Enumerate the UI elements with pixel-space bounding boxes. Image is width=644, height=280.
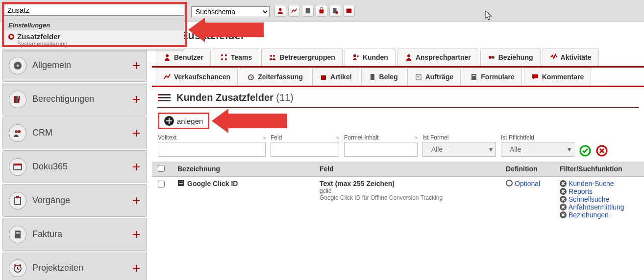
svg-point-12 — [15, 130, 18, 133]
search-area: Einstellungen Zusatzfelder Systemerweite… — [4, 4, 184, 16]
sidebar-item-berechtigungen[interactable]: Berechtigungen — [2, 83, 147, 116]
tab-label: Betreuergruppen — [279, 53, 335, 61]
svg-rect-11 — [18, 95, 20, 102]
tab-zeiterfassung[interactable]: Zeiterfassung — [240, 68, 310, 86]
remove-icon — [560, 196, 567, 203]
tab-beleg[interactable]: Beleg — [361, 68, 405, 86]
filter-apply-icon[interactable] — [579, 145, 591, 157]
toolbar — [274, 5, 355, 17]
select-all-checkbox[interactable] — [158, 165, 165, 172]
filter-link[interactable]: Kunden-Suche — [560, 180, 638, 187]
filter-link[interactable]: Reports — [560, 187, 638, 195]
svg-rect-18 — [15, 231, 21, 238]
sidebar-item-vorgaenge[interactable]: Vorgänge — [2, 184, 147, 217]
sidebar-item-allgemein[interactable]: Allgemein — [2, 49, 147, 82]
row-definition-link[interactable]: Optional — [515, 180, 540, 187]
filter-link[interactable]: Anfahrtsermittlung — [560, 203, 638, 211]
section-title: Kunden Zusatzfelder — [176, 92, 273, 103]
tab-label: Ansprechpartner — [416, 53, 471, 61]
tab-artikel[interactable]: Artikel — [312, 68, 359, 86]
tabs-row-2: Verkaufschancen Zeiterfassung Artikel Be… — [152, 68, 644, 87]
clipboard-icon — [9, 192, 26, 210]
col-feld[interactable]: Feld — [320, 165, 506, 173]
tab-kunden[interactable]: Kunden — [345, 48, 396, 66]
row-feld-desc: Google Click ID für Offline Conversion T… — [320, 194, 506, 201]
create-button[interactable]: anlegen — [158, 113, 209, 129]
filter-label-volltext: Volltext — [158, 134, 177, 141]
page-icon[interactable] — [302, 5, 314, 17]
tab-verkaufschancen[interactable]: Verkaufschancen — [156, 68, 238, 86]
plus-icon — [164, 116, 174, 126]
tab-ansprechpartner[interactable]: Ansprechpartner — [397, 48, 478, 66]
filter-reset-icon[interactable] — [596, 145, 608, 157]
search-input[interactable] — [4, 4, 184, 16]
svg-rect-46 — [158, 97, 160, 98]
user-icon[interactable] — [274, 5, 286, 17]
expand-icon — [133, 197, 140, 204]
col-definition[interactable]: Definition — [506, 165, 560, 173]
filter-formel-input[interactable] — [344, 142, 418, 157]
section-heading: Kunden Zusatzfelder (11) — [152, 87, 644, 107]
row-filters: Kunden-Suche Reports Schnellsuche Anfahr… — [560, 180, 638, 219]
svg-rect-10 — [16, 96, 18, 103]
autocomplete-item[interactable]: Zusatzfelder Systemerweiterung — [4, 30, 184, 49]
svg-rect-15 — [14, 164, 22, 165]
row-feld-name: gclid — [320, 187, 506, 194]
sidebar-item-faktura[interactable]: Faktura — [2, 218, 147, 251]
tab-auftraege[interactable]: Aufträge — [407, 68, 461, 86]
tab-label: Aktivitäte — [561, 53, 592, 61]
tab-label: Beleg — [379, 73, 398, 81]
search-schema-select[interactable]: Suchschema — [191, 6, 270, 17]
svg-rect-2 — [320, 9, 324, 13]
filter-link[interactable]: Schnellsuche — [560, 195, 638, 203]
tab-teams[interactable]: Teams — [213, 48, 259, 66]
select-value: – Alle – — [504, 145, 527, 153]
tab-formulare[interactable]: Formulare — [463, 68, 521, 86]
people-icon — [9, 124, 26, 142]
sidebar-item-projektzeiten[interactable]: Projektzeiten — [2, 252, 147, 280]
filter-label-formel: Formel-Inhalt — [344, 134, 379, 141]
filter-istpflicht-select[interactable]: – Alle –▾ — [501, 142, 574, 157]
sidebar-item-doku365[interactable]: Doku365 — [2, 150, 147, 183]
chart-icon[interactable] — [288, 5, 300, 17]
svg-point-31 — [353, 54, 356, 57]
svg-point-25 — [221, 54, 223, 56]
ring-icon — [506, 180, 513, 187]
tab-label: Formulare — [481, 73, 514, 81]
col-filter[interactable]: Filter/Suchfunktion — [560, 165, 638, 173]
sidebar-item-crm[interactable]: CRM — [2, 117, 147, 149]
expand-icon — [133, 62, 140, 69]
svg-point-8 — [17, 65, 19, 67]
sidebar-item-label: Doku365 — [32, 162, 68, 172]
svg-rect-19 — [16, 232, 20, 233]
svg-rect-37 — [321, 75, 326, 80]
col-bezeichnung[interactable]: Bezeichnung — [177, 165, 320, 173]
filter-feld-input[interactable] — [271, 142, 339, 157]
svg-rect-47 — [158, 100, 160, 101]
books-icon — [9, 91, 26, 108]
approx-icon: ≈ — [262, 134, 266, 141]
tab-benutzer[interactable]: Benutzer — [156, 48, 211, 66]
svg-rect-51 — [179, 182, 183, 182]
filter-label-istpflicht: Ist Pflichtfeld — [501, 134, 534, 141]
remove-icon — [560, 204, 567, 210]
svg-rect-5 — [347, 9, 352, 13]
autocomplete-item-sub: Systemerweiterung — [17, 41, 68, 47]
table-row[interactable]: Google Click ID Text (max 255 Zeichen) g… — [152, 177, 644, 222]
svg-point-34 — [489, 56, 492, 59]
archive-icon[interactable] — [343, 5, 355, 17]
filter-label-istformel: Ist Formel — [422, 134, 448, 141]
svg-rect-1 — [306, 8, 310, 14]
chevron-down-icon: ▾ — [568, 145, 571, 153]
tab-aktivitaete[interactable]: Aktivitäte — [543, 48, 599, 66]
tab-betreuergruppen[interactable]: Betreuergruppen — [261, 48, 343, 66]
filter-link[interactable]: Beziehungen — [560, 211, 638, 219]
filter-istformel-select[interactable]: – Alle –▾ — [422, 142, 496, 157]
filter-volltext-input[interactable] — [158, 142, 266, 157]
bag-icon[interactable] — [316, 5, 327, 17]
svg-point-28 — [225, 58, 227, 60]
tab-kommentare[interactable]: Kommentare — [524, 68, 592, 86]
row-checkbox[interactable] — [158, 181, 165, 187]
page-plus-icon[interactable] — [329, 5, 341, 17]
tab-beziehung[interactable]: Beziehung — [480, 48, 541, 66]
